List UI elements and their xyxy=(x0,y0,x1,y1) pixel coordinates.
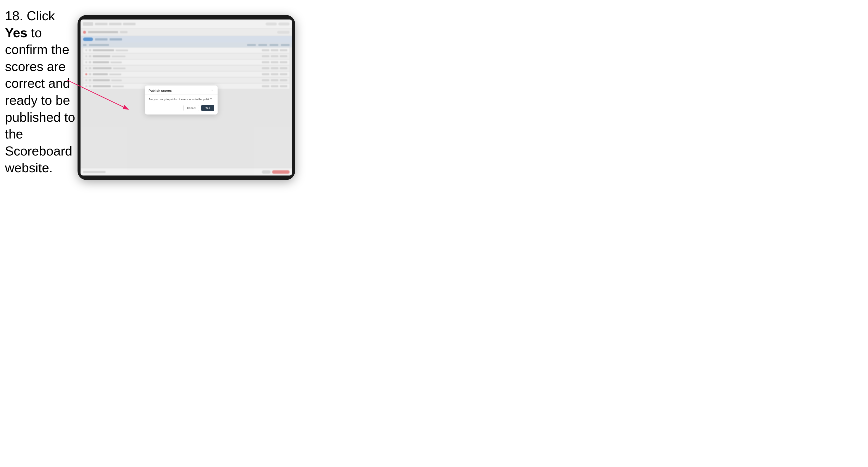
modal-actions: Cancel Yes xyxy=(149,105,214,111)
modal-message: Are you ready to publish these scores to… xyxy=(149,97,214,101)
tablet-screen: Publish scores × Are you ready to publis… xyxy=(81,20,292,176)
close-icon: × xyxy=(211,89,213,92)
tablet-device: Publish scores × Are you ready to publis… xyxy=(78,15,295,180)
modal-title: Publish scores xyxy=(149,89,172,93)
instruction-text: 18. Click Yes to confirm the scores are … xyxy=(5,7,78,177)
modal-close-button[interactable]: × xyxy=(210,89,214,93)
text-before-bold: Click xyxy=(27,8,55,23)
cancel-button[interactable]: Cancel xyxy=(183,105,199,111)
modal-body: Are you ready to publish these scores to… xyxy=(145,95,218,115)
yes-button[interactable]: Yes xyxy=(201,105,214,111)
modal-overlay: Publish scores × Are you ready to publis… xyxy=(81,20,292,176)
bold-text: Yes xyxy=(5,26,28,40)
modal-header: Publish scores × xyxy=(145,86,218,95)
text-after: to confirm the scores are correct and re… xyxy=(5,26,75,175)
publish-scores-modal: Publish scores × Are you ready to publis… xyxy=(145,86,218,115)
step-number: 18. xyxy=(5,8,23,23)
